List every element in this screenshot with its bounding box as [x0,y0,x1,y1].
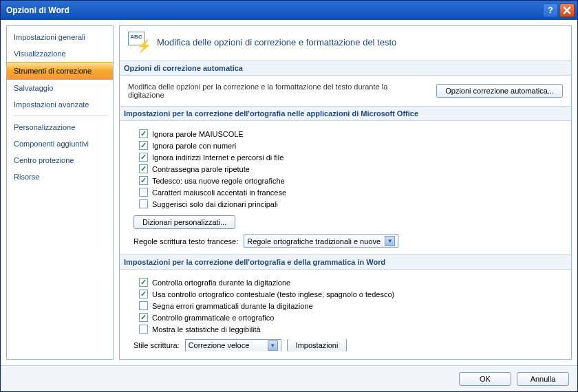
french-rules-label: Regole scrittura testo francese: [133,237,238,246]
check-french-accents[interactable]: Caratteri maiuscoli accentati in frances… [133,186,563,198]
writing-style-row: Stile scrittura: Correzione veloce ▼ Imp… [133,339,563,351]
page-title: Modifica delle opzioni di correzione e f… [157,37,396,47]
chevron-down-icon: ▼ [268,340,278,351]
ok-button[interactable]: OK [459,372,511,386]
options-dialog: Opzioni di Word ? Impostazioni generali … [0,0,578,392]
checkbox-icon[interactable] [139,325,148,334]
check-readability-stats[interactable]: Mostra le statistiche di leggibilità [133,323,563,335]
french-rules-row: Regole scrittura testo francese: Regole … [133,235,563,248]
sidebar-item-trust[interactable]: Centro protezione [7,152,113,168]
check-grammar-spell[interactable]: Controllo grammaticale e ortografico [133,312,563,323]
close-icon [563,6,571,14]
titlebar: Opzioni di Word ? [1,1,577,20]
checkbox-icon[interactable] [139,313,148,322]
grammar-settings-button[interactable]: Impostazioni [287,339,347,351]
word-checks: Controlla ortografia durante la digitazi… [133,276,563,335]
checkbox-icon[interactable] [139,164,148,173]
checkbox-icon[interactable] [139,129,148,138]
check-contextual-spell[interactable]: Usa controllo ortografico contestuale (t… [133,288,563,300]
check-ignore-numbers[interactable]: Ignora parole con numeri [133,140,563,151]
lightning-icon: ⚡ [136,39,151,54]
cancel-button[interactable]: Annulla [517,372,569,386]
check-german-rules[interactable]: Tedesco: usa nuove regole ortografiche [133,175,563,186]
office-checks: Ignora parole MAIUSCOLE Ignora parole co… [133,128,563,210]
check-spell-as-type[interactable]: Controlla ortografia durante la digitazi… [133,276,563,288]
sidebar-separator [12,116,107,116]
section-head-word-spell: Impostazioni per la correzione dell'orto… [120,254,571,270]
section-head-autocorrect: Opzioni di correzione automatica [120,61,571,76]
dialog-body: Impostazioni generali Visualizzazione St… [1,20,577,365]
dialog-footer: OK Annulla [1,365,577,391]
check-flag-repeated[interactable]: Contrassegna parole ripetute [133,163,563,175]
proofing-icon: ABC ⚡ [128,32,150,52]
sidebar-item-proofing[interactable]: Strumenti di correzione [7,62,113,80]
sidebar-item-save[interactable]: Salvataggio [7,80,113,96]
autocorrect-desc: Modifica delle opzioni per la correzione… [128,83,422,99]
window-title: Opzioni di Word [6,6,543,15]
chevron-down-icon: ▼ [385,236,395,246]
check-main-dict-only[interactable]: Suggerisci solo dai dizionari principali [133,198,563,210]
autocorrect-row: Modifica delle opzioni per la correzione… [128,83,563,99]
sidebar-item-resources[interactable]: Risorse [7,168,113,185]
checkbox-icon[interactable] [139,290,148,298]
sidebar-item-addins[interactable]: Componenti aggiuntivi [7,135,113,152]
checkbox-icon[interactable] [139,278,148,287]
sidebar-item-customize[interactable]: Personalizzazione [7,119,113,135]
custom-dictionaries-button[interactable]: Dizionari personalizzati... [133,215,235,229]
sidebar-item-display[interactable]: Visualizzazione [7,45,113,62]
checkbox-icon[interactable] [139,301,148,310]
french-rules-select[interactable]: Regole ortografiche tradizionali e nuove… [244,235,398,248]
check-ignore-urls[interactable]: Ignora indirizzi Internet e percorsi di … [133,151,563,163]
checkbox-icon[interactable] [139,141,148,150]
checkbox-icon[interactable] [139,188,148,197]
check-grammar-as-type[interactable]: Segna errori grammaticali durante la dig… [133,300,563,312]
page-header: ABC ⚡ Modifica delle opzioni di correzio… [128,32,563,52]
titlebar-buttons: ? [543,3,575,17]
writing-style-select[interactable]: Correzione veloce ▼ [185,339,281,351]
help-button[interactable]: ? [543,3,558,17]
sidebar-item-general[interactable]: Impostazioni generali [7,29,113,45]
checkbox-icon[interactable] [139,153,148,162]
writing-style-label: Stile scrittura: [133,341,180,349]
close-button[interactable] [559,3,575,17]
category-sidebar: Impostazioni generali Visualizzazione St… [6,25,114,360]
sidebar-item-advanced[interactable]: Impostazioni avanzate [7,96,113,113]
autocorrect-options-button[interactable]: Opzioni correzione automatica... [436,84,563,98]
checkbox-icon[interactable] [139,176,148,185]
check-ignore-uppercase[interactable]: Ignora parole MAIUSCOLE [133,128,563,140]
section-head-office-spell: Impostazioni per la correzione dell'orto… [120,106,571,121]
checkbox-icon[interactable] [139,199,148,208]
main-panel: ABC ⚡ Modifica delle opzioni di correzio… [119,25,572,360]
